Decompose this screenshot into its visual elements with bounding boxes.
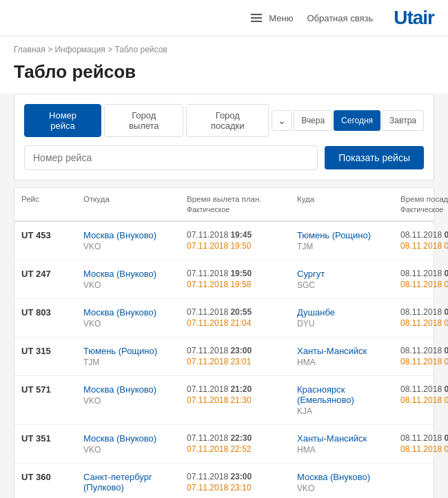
arr-time: 08.11.2018 06:05 08.11.2018 05:38 [400,384,448,405]
table-row: UT 453 Москва (Внуково) VKO 07.11.2018 1… [14,222,434,260]
menu-icon [251,14,262,22]
header-nav: Меню [251,13,293,23]
arr-time: 08.11.2018 01:00 08.11.2018 00:47 [400,269,448,289]
arr-time [400,472,448,473]
arr-time: 08.11.2018 00:30 08.11.2018 00:13 [400,230,448,251]
table-row: UT 351 Москва (Внуково) VKO 07.11.2018 2… [14,425,434,464]
search-panel: Номер рейса Город вылета Город посадки ⌄… [14,94,434,180]
date-selector: ⌄ Вчера Сегодня Завтра [272,110,424,131]
dep-time: 07.11.2018 23:00 07.11.2018 23:10 [187,472,297,492]
search-button[interactable]: Показать рейсы [325,146,424,169]
search-input[interactable] [24,145,318,170]
breadcrumb-home[interactable]: Главная [14,45,45,54]
table-row: UT 360 Санкт-петербург (Пулково) 07.11.2… [14,464,434,498]
from-city: Москва (Внуково) VKO [83,230,187,251]
col-flight: Рейс [21,194,83,215]
dep-time: 07.11.2018 21:20 07.11.2018 21:30 [187,384,297,405]
from-city: Тюмень (Рощино) TJM [83,346,187,367]
breadcrumb-sep2: > [108,45,114,54]
flights-table: Рейс Откуда Время вылета план. Фактическ… [14,187,434,498]
to-city: Тюмень (Рощино) TJM [297,230,400,251]
flight-number: UT 351 [21,433,83,444]
flight-number: UT 360 [21,472,83,482]
table-body: UT 453 Москва (Внуково) VKO 07.11.2018 1… [14,222,434,498]
flight-number: UT 247 [21,269,83,279]
to-city: Москва (Внуково) VKO [297,472,400,493]
dep-time: 07.11.2018 22:30 07.11.2018 22:52 [187,433,297,454]
breadcrumb-info[interactable]: Информация [54,45,105,54]
date-tomorrow[interactable]: Завтра [382,110,424,131]
table-row: UT 803 Москва (Внуково) VKO 07.11.2018 2… [14,299,434,338]
table-row: UT 315 Тюмень (Рощино) TJM 07.11.2018 23… [14,338,434,376]
arr-time: 08.11.2018 03:40 08.11.2018 03:26 [400,433,448,454]
flight-number: UT 453 [21,230,83,240]
flight-number: UT 571 [21,384,83,395]
to-city: Душанбе DYU [297,307,400,329]
from-city: Санкт-петербург (Пулково) [83,472,187,494]
from-city: Москва (Внуково) VKO [83,307,187,329]
table-row: UT 571 Москва (Внуково) VKO 07.11.2018 2… [14,376,434,425]
col-arr-time: Время посадки план. Фактическое [400,194,448,215]
logo: Utair [394,7,434,29]
tab-arrival-city[interactable]: Город посадки [186,104,269,137]
page-title: Табло рейсов [0,59,448,94]
tab-departure-city[interactable]: Город вылета [104,104,183,137]
from-city: Москва (Внуково) VKO [83,384,187,406]
search-row: Показать рейсы [24,145,424,170]
flight-number: UT 315 [21,346,83,356]
col-dep-time: Время вылета план. Фактическое [187,194,297,215]
col-to: Куда [297,194,400,215]
arr-time: 08.11.2018 03:05 08.11.2018 02:55 [400,307,448,328]
from-city: Москва (Внуково) VKO [83,269,187,290]
breadcrumb-current: Табло рейсов [115,45,167,54]
date-nav-prev[interactable]: ⌄ [272,110,292,131]
breadcrumb-sep1: > [48,45,54,54]
feedback-link[interactable]: Обратная связь [307,13,373,23]
col-from: Откуда [83,194,187,215]
arr-time: 08.11.2018 00:20 08.11.2018 00:11 [400,346,448,366]
table-header: Рейс Откуда Время вылета план. Фактическ… [14,188,434,222]
from-city: Москва (Внуково) VKO [83,433,187,455]
to-city: Ханты-Мансийск HMA [297,346,400,367]
dep-time: 07.11.2018 19:50 07.11.2018 19:58 [187,269,297,289]
table-row: UT 247 Москва (Внуково) VKO 07.11.2018 1… [14,260,434,299]
tab-flight-number[interactable]: Номер рейса [24,104,101,137]
dep-time: 07.11.2018 23:00 07.11.2018 23:01 [187,346,297,366]
date-yesterday[interactable]: Вчера [294,110,332,131]
dep-time: 07.11.2018 19:45 07.11.2018 19:50 [187,230,297,251]
flight-number: UT 803 [21,307,83,318]
to-city: Ханты-Мансийск HMA [297,433,400,455]
dep-time: 07.11.2018 20:55 07.11.2018 21:04 [187,307,297,328]
breadcrumb: Главная > Информация > Табло рейсов [0,37,448,59]
search-tabs: Номер рейса Город вылета Город посадки ⌄… [24,104,424,137]
to-city: Сургут SGC [297,269,400,290]
menu-link[interactable]: Меню [269,13,293,23]
date-today[interactable]: Сегодня [334,110,380,131]
to-city: Красноярск (Емельяново) KJA [297,384,400,416]
header: Меню Обратная связь Utair [0,0,448,37]
